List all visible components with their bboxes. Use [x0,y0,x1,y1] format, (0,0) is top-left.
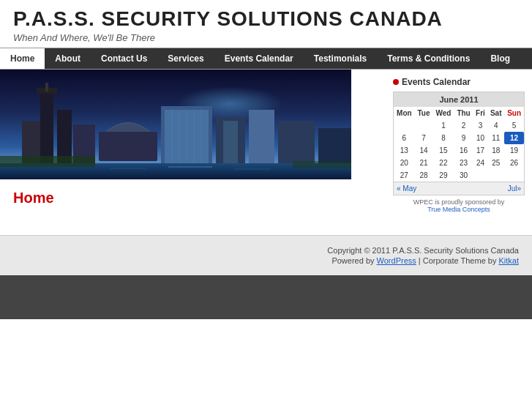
main-content: Home [0,70,386,217]
calendar-cell[interactable]: 30 [454,169,473,182]
powered-by-suffix: | Corporate Theme by [416,256,499,265]
calendar-row: 27282930 [394,169,524,182]
calendar-cell[interactable]: 26 [504,157,524,169]
hero-image [0,70,351,179]
calendar-cell[interactable]: 4 [487,119,504,132]
calendar-cell[interactable]: 6 [394,132,415,144]
next-month-link[interactable]: Jul» [508,184,521,193]
nav-item-services[interactable]: Services [157,48,214,69]
calendar-cell[interactable]: 25 [487,157,504,169]
kitkat-link[interactable]: Kitkat [498,256,519,265]
calendar-cell[interactable]: 9 [454,132,473,144]
main-nav: HomeAboutContact UsServicesEvents Calend… [0,48,532,70]
calendar-cell[interactable]: 17 [473,144,488,157]
calendar-cell[interactable]: 29 [432,169,454,182]
powered-by-prefix: Powered by [331,256,376,265]
calendar-cell[interactable]: 3 [473,119,488,132]
cal-header-sun: Sun [504,107,524,119]
svg-rect-28 [293,161,351,168]
events-calendar-title: Events Calendar [393,77,525,87]
hero-svg [0,70,351,179]
calendar-cell[interactable]: 21 [415,157,433,169]
calendar-cell[interactable]: 2 [454,119,473,132]
calendar-cell [473,169,488,182]
bullet-icon [393,79,399,85]
calendar-row: 12345 [394,119,524,132]
calendar-cell[interactable]: 20 [394,157,415,169]
calendar-cell[interactable]: 8 [432,132,454,144]
content-area: Home Events Calendar June 2011 MonTueWed… [0,70,532,220]
calendar-cell[interactable]: 14 [415,144,433,157]
cal-header-thu: Thu [454,107,473,119]
calendar-cell[interactable]: 22 [432,157,454,169]
calendar-headers: MonTueWedThuFriSatSun [394,107,524,119]
cal-header-sat: Sat [487,107,504,119]
nav-item-home[interactable]: Home [0,48,45,69]
calendar-table: MonTueWedThuFriSatSun 123456789101112131… [394,107,524,182]
cal-header-fri: Fri [473,107,488,119]
nav-item-contact-us[interactable]: Contact Us [91,48,157,69]
calendar-cell [394,119,415,132]
calendar-nav: « May Jul» [394,182,524,195]
calendar-cell[interactable]: 10 [473,132,488,144]
calendar-body: 1234567891011121314151617181920212223242… [394,119,524,182]
calendar-cell [504,169,524,182]
calendar-cell [415,119,433,132]
page-wrapper: P.A.S.S. SECURITY SOLUTIONS CANADA When … [0,0,532,399]
calendar-cell[interactable]: 5 [504,119,524,132]
bottom-bar [0,275,532,319]
svg-rect-19 [249,110,274,172]
calendar-cell[interactable]: 27 [394,169,415,182]
calendar-row: 20212223242526 [394,157,524,169]
calendar-cell[interactable]: 23 [454,157,473,169]
nav-item-blog[interactable]: Blog [480,48,520,69]
calendar-cell[interactable]: 7 [415,132,433,144]
wordpress-link[interactable]: WordPress [377,256,416,265]
sponsored-link[interactable]: True Media Concepts [393,206,525,213]
cal-header-tue: Tue [415,107,433,119]
calendar-row: 13141516171819 [394,144,524,157]
nav-item-about[interactable]: About [45,48,91,69]
calendar-cell[interactable]: 24 [473,157,488,169]
calendar-cell[interactable]: 11 [487,132,504,144]
prev-month-link[interactable]: « May [397,184,416,193]
calendar-row: 6789101112 [394,132,524,144]
calendar-cell[interactable]: 12 [504,132,524,144]
calendar-cell[interactable]: 13 [394,144,415,157]
site-tagline: When And Where, We'll Be There [13,32,519,43]
svg-rect-2 [40,92,53,165]
calendar-cell[interactable]: 19 [504,144,524,157]
calendar-cell[interactable]: 15 [432,144,454,157]
calendar-cell[interactable]: 16 [454,144,473,157]
site-header: P.A.S.S. SECURITY SOLUTIONS CANADA When … [0,0,532,48]
svg-rect-4 [45,83,48,92]
calendar-cell[interactable]: 18 [487,144,504,157]
svg-rect-27 [0,156,95,167]
calendar: June 2011 MonTueWedThuFriSatSun 12345678… [393,92,525,195]
powered-by-text: Powered by WordPress | Corporate Theme b… [13,256,519,265]
copyright-text: Copyright © 2011 P.A.S.S. Security Solut… [13,246,519,255]
sponsored-text: WPEC is proudly sponsored by [393,198,525,206]
svg-rect-18 [223,121,238,168]
cal-header-mon: Mon [394,107,415,119]
calendar-cell [487,169,504,182]
calendar-cell[interactable]: 1 [432,119,454,132]
site-footer: Copyright © 2011 P.A.S.S. Security Solut… [0,235,532,275]
cal-header-wed: Wed [432,107,454,119]
calendar-cell[interactable]: 28 [415,169,433,182]
home-heading: Home [0,179,386,217]
nav-item-events-calendar[interactable]: Events Calendar [214,48,304,69]
svg-rect-9 [99,132,157,161]
nav-item-terms--conditions[interactable]: Terms & Conditions [377,48,480,69]
nav-item-testimonials[interactable]: Testimonials [304,48,377,69]
sidebar: Events Calendar June 2011 MonTueWedThuFr… [386,70,532,220]
calendar-month-header: June 2011 [394,92,524,107]
site-title: P.A.S.S. SECURITY SOLUTIONS CANADA [13,7,519,31]
